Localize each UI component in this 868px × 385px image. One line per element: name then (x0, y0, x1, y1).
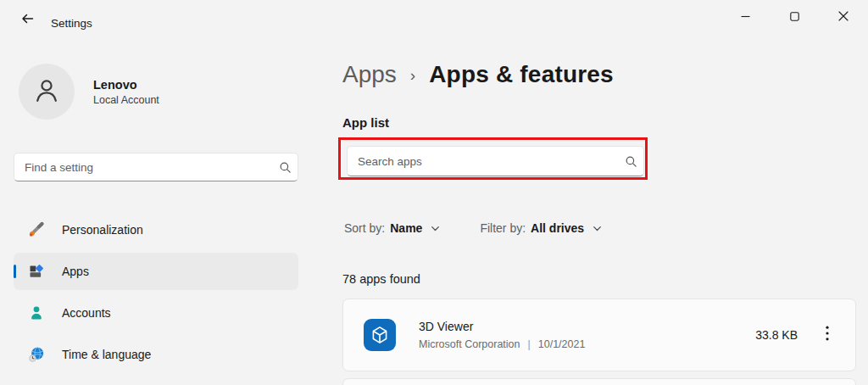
app-publisher: Microsoft Corporation (419, 338, 520, 350)
app-install-date: 10/1/2021 (538, 338, 586, 350)
app-size: 33.8 KB (755, 328, 798, 342)
search-icon[interactable] (272, 161, 298, 174)
filter-by-label: Filter by: (480, 221, 526, 235)
window-controls (721, 0, 868, 34)
app-meta: Microsoft Corporation | 10/1/2021 (419, 338, 755, 350)
maximize-icon (790, 9, 799, 25)
filter-by-dropdown[interactable]: Filter by: All drives (480, 221, 603, 235)
accounts-person-icon (28, 304, 45, 321)
app-list-heading: App list (342, 115, 389, 130)
app-info: 3D Viewer Microsoft Corporation | 10/1/2… (419, 320, 755, 350)
sidebar-item-accounts[interactable]: Accounts (14, 294, 298, 332)
settings-search-box (14, 153, 298, 181)
account-text: Lenovo Local Account (93, 78, 159, 106)
app-name: 3D Viewer (419, 320, 755, 333)
back-button[interactable] (12, 7, 42, 34)
paintbrush-icon (28, 221, 45, 238)
sidebar-item-label: Personalization (62, 223, 143, 237)
settings-window: Settings Lenovo Local Account (0, 0, 868, 385)
sort-by-label: Sort by: (344, 221, 385, 235)
meta-separator: | (528, 338, 531, 350)
account-type: Local Account (93, 94, 159, 106)
apps-icon (28, 263, 45, 280)
globe-clock-icon (28, 346, 45, 363)
filter-by-value: All drives (531, 221, 584, 235)
chevron-down-icon (592, 223, 603, 234)
chevron-down-icon (430, 223, 441, 234)
close-button[interactable] (819, 0, 868, 34)
window-title: Settings (51, 17, 92, 30)
app-list-row-next-partial[interactable] (342, 378, 856, 385)
chevron-right-icon: › (410, 66, 415, 85)
page-title: Apps & features (429, 61, 614, 88)
account-name: Lenovo (93, 78, 159, 92)
breadcrumb-parent[interactable]: Apps (342, 61, 397, 88)
selected-indicator (14, 265, 16, 278)
sort-by-value: Name (390, 221, 422, 235)
breadcrumb: Apps › Apps & features (342, 61, 614, 88)
sidebar-item-time-language[interactable]: Time & language (14, 336, 298, 373)
search-icon[interactable] (618, 155, 643, 168)
back-arrow-icon (20, 12, 35, 29)
sidebar-item-apps[interactable]: Apps (14, 253, 298, 290)
sidebar-item-label: Apps (62, 265, 89, 278)
titlebar: Settings (0, 0, 868, 37)
maximize-button[interactable] (770, 0, 819, 34)
minimize-button[interactable] (721, 0, 770, 34)
sidebar-item-label: Accounts (62, 306, 111, 320)
sort-filter-row: Sort by: Name Filter by: All drives (344, 221, 603, 235)
kebab-menu-icon (826, 326, 829, 344)
app-search-box (347, 146, 644, 176)
sidebar-nav: Personalization Apps Accounts (14, 211, 298, 377)
sidebar-item-label: Time & language (62, 348, 151, 361)
sort-by-dropdown[interactable]: Sort by: Name (344, 221, 441, 235)
app-search-input[interactable] (348, 155, 618, 168)
apps-count: 78 apps found (342, 272, 420, 286)
person-icon (31, 75, 62, 109)
close-icon (838, 9, 849, 25)
account-header[interactable]: Lenovo Local Account (19, 64, 159, 120)
annotation-highlight (338, 137, 648, 180)
3d-viewer-cube-icon (364, 319, 396, 351)
minimize-icon (741, 9, 750, 25)
sidebar-item-personalization[interactable]: Personalization (14, 211, 298, 248)
avatar (19, 64, 75, 120)
settings-search-input[interactable] (14, 161, 272, 174)
app-list-row-3d-viewer[interactable]: 3D Viewer Microsoft Corporation | 10/1/2… (342, 299, 856, 371)
more-options-button[interactable] (815, 321, 840, 349)
